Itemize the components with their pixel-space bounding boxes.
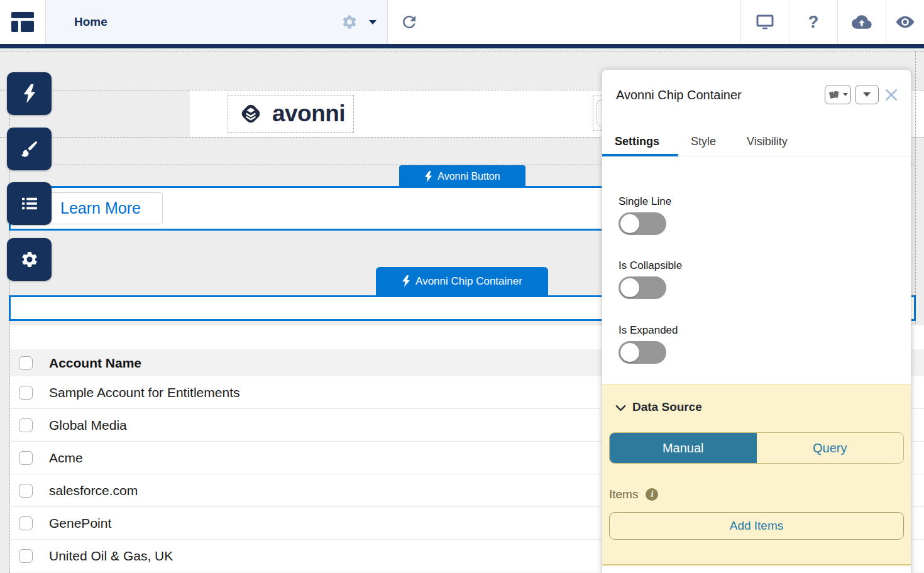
sidebar-components-button[interactable] — [7, 72, 52, 115]
brush-icon — [19, 139, 40, 159]
device-preview-button[interactable] — [740, 0, 789, 44]
component-label-text: Avonni Chip Container — [415, 275, 522, 288]
single-line-toggle[interactable] — [619, 212, 666, 235]
row-checkbox[interactable] — [19, 418, 33, 432]
refresh-icon[interactable] — [400, 13, 419, 31]
sidebar-theme-button[interactable] — [7, 128, 52, 170]
account-name: Global Media — [49, 418, 127, 433]
panel-tab-bar: Settings Style Visibility — [602, 133, 911, 156]
toggle-label-is-expanded: Is Expanded — [619, 324, 678, 337]
tab-settings[interactable]: Settings — [615, 135, 659, 148]
info-icon[interactable]: i — [646, 488, 658, 501]
active-tab-underline — [602, 154, 678, 156]
account-name: GenePoint — [49, 516, 111, 531]
data-source-section: Data Source Manual Query Items i Add Ite… — [602, 384, 911, 565]
panel-title: Avonni Chip Container — [616, 88, 742, 102]
page-tab[interactable]: Home — [45, 0, 388, 44]
properties-panel: Avonni Chip Container Settings Style Vis… — [602, 69, 911, 573]
account-name: United Oil & Gas, UK — [49, 548, 173, 564]
builder-toolbar: Home ? — [0, 0, 924, 44]
panel-menu-button[interactable] — [855, 85, 879, 104]
manual-option[interactable]: Manual — [610, 433, 757, 463]
row-checkbox[interactable] — [19, 386, 33, 400]
data-source-heading: Data Source — [632, 400, 702, 414]
lightning-icon — [23, 84, 36, 103]
account-name: salesforce.com — [49, 483, 138, 498]
row-checkbox[interactable] — [19, 549, 33, 563]
page-tab-label: Home — [74, 15, 107, 29]
tab-style[interactable]: Style — [691, 135, 716, 148]
select-all-checkbox[interactable] — [19, 356, 33, 370]
chevron-down-icon[interactable] — [369, 20, 377, 25]
account-name: Sample Account for Entitlements — [49, 385, 240, 400]
component-label-avonni-chip-container[interactable]: Avonni Chip Container — [376, 267, 548, 295]
publish-button[interactable] — [837, 0, 886, 44]
help-button[interactable]: ? — [789, 0, 837, 44]
cloud-upload-icon — [850, 12, 874, 32]
monitor-icon — [755, 12, 775, 32]
cards-icon — [828, 90, 840, 100]
items-label: Items — [609, 488, 638, 501]
brand-logo-text: avonni — [272, 101, 345, 127]
data-source-mode-switch: Manual Query — [609, 432, 904, 464]
gear-icon — [20, 250, 39, 269]
close-icon[interactable] — [884, 87, 899, 102]
column-header: Account Name — [49, 356, 141, 371]
lightning-icon — [402, 275, 410, 287]
toolbar-bottom-border — [0, 44, 924, 48]
help-icon: ? — [808, 13, 819, 32]
toolbar-action-group: ? — [740, 0, 924, 44]
eye-icon — [895, 12, 915, 32]
chevron-down-icon — [863, 92, 871, 97]
row-checkbox[interactable] — [19, 516, 33, 530]
is-collapsible-toggle[interactable] — [619, 276, 666, 299]
avonni-logo-icon — [236, 99, 265, 128]
lightning-icon — [424, 171, 432, 182]
app-screen: avonni Avonni Button Learn More Avonni C… — [0, 0, 924, 573]
toggle-label-single-line: Single Line — [619, 195, 671, 208]
add-items-button[interactable]: Add Items — [609, 512, 904, 540]
is-expanded-toggle[interactable] — [619, 341, 666, 364]
chevron-down-icon — [843, 93, 848, 96]
row-checkbox[interactable] — [19, 484, 33, 498]
component-label-text: Avonni Button — [437, 171, 500, 182]
sidebar-settings-button[interactable] — [7, 238, 52, 281]
dropzone-guide — [0, 52, 924, 52]
variant-picker-button[interactable] — [825, 85, 851, 104]
account-name: Acme — [49, 450, 83, 466]
tab-visibility[interactable]: Visibility — [747, 135, 788, 148]
builder-home-button[interactable] — [0, 0, 45, 44]
page-settings-gear-icon[interactable] — [341, 14, 358, 30]
brand-logo-component[interactable]: avonni — [228, 95, 354, 133]
row-checkbox[interactable] — [19, 451, 33, 465]
list-icon — [19, 194, 40, 214]
page-layout-icon — [9, 8, 36, 36]
toggle-label-is-collapsible: Is Collapsible — [619, 259, 682, 272]
query-option[interactable]: Query — [757, 433, 904, 463]
sidebar-list-button[interactable] — [7, 182, 52, 225]
panel-footer-strip — [602, 565, 911, 573]
items-label-row: Items i — [609, 488, 658, 501]
learn-more-button[interactable]: Learn More — [38, 192, 163, 224]
component-label-avonni-button[interactable]: Avonni Button — [399, 165, 525, 187]
preview-button[interactable] — [886, 0, 924, 44]
chevron-down-icon[interactable] — [615, 402, 627, 414]
